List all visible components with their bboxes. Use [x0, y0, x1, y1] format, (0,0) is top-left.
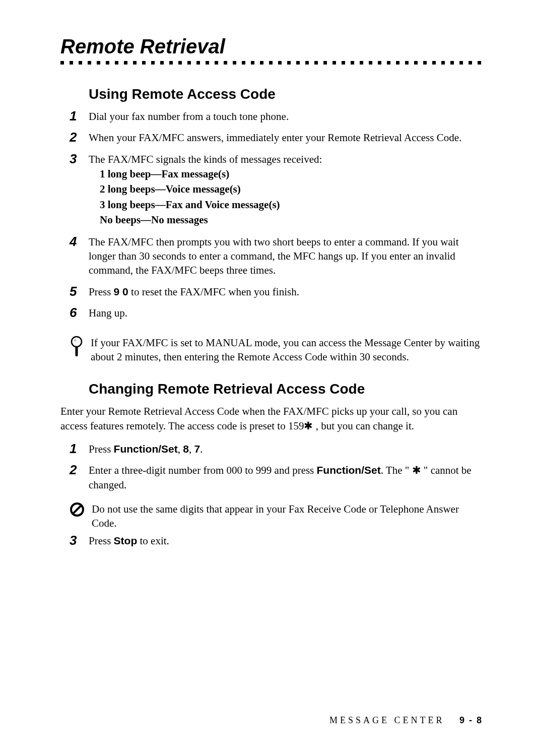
- s2-step-2: Enter a three-digit number from 000 to 9…: [60, 463, 483, 492]
- page-title: Remote Retrieval: [60, 35, 483, 58]
- step-4: The FAX/MFC then prompts you with two sh…: [60, 235, 483, 278]
- prohibit-text: Do not use the same digits that appear i…: [92, 502, 483, 531]
- lightbulb-icon: [70, 336, 84, 359]
- step-1: Dial your fax number from a touch tone p…: [60, 109, 483, 123]
- title-rule: [60, 60, 483, 65]
- section-heading-using-remote: Using Remote Access Code: [89, 86, 483, 102]
- step-3-sub-4: No beeps—No messages: [100, 212, 483, 227]
- steps-list-2b: Press Stop to exit.: [60, 534, 483, 548]
- svg-line-4: [73, 505, 82, 514]
- prohibit-icon: [70, 502, 85, 517]
- s2-step-3: Press Stop to exit.: [60, 534, 483, 548]
- section-heading-changing: Changing Remote Retrieval Access Code: [89, 381, 483, 397]
- steps-list-2: Press Function/Set, 8, 7. Enter a three-…: [60, 442, 483, 492]
- tip-text: If your FAX/MFC is set to MANUAL mode, y…: [91, 336, 483, 364]
- footer-section: MESSAGE CENTER: [329, 715, 445, 725]
- svg-point-0: [72, 337, 82, 347]
- step-3-sub-2: 2 long beeps—Voice message(s): [100, 181, 483, 197]
- step-2: When your FAX/MFC answers, immediately e…: [60, 131, 483, 145]
- svg-rect-2: [76, 346, 78, 356]
- tip-note: If your FAX/MFC is set to MANUAL mode, y…: [70, 336, 483, 364]
- step-3-sub-1: 1 long beep—Fax message(s): [100, 166, 483, 181]
- steps-list-1: Dial your fax number from a touch tone p…: [60, 109, 483, 321]
- step-5: Press 9 0 to reset the FAX/MFC when you …: [60, 285, 483, 299]
- step-6: Hang up.: [60, 306, 483, 320]
- step-3-sub-3: 3 long beeps—Fax and Voice message(s): [100, 197, 483, 212]
- svg-point-1: [74, 339, 77, 341]
- footer-page-number: 9 - 8: [459, 715, 483, 725]
- prohibit-note: Do not use the same digits that appear i…: [70, 502, 483, 531]
- manual-page: Remote Retrieval Using Remote Access Cod…: [0, 0, 533, 756]
- section2-intro: Enter your Remote Retrieval Access Code …: [60, 404, 483, 433]
- step-3: The FAX/MFC signals the kinds of message…: [60, 152, 483, 228]
- s2-step-1: Press Function/Set, 8, 7.: [60, 442, 483, 456]
- page-footer: MESSAGE CENTER 9 - 8: [329, 715, 483, 726]
